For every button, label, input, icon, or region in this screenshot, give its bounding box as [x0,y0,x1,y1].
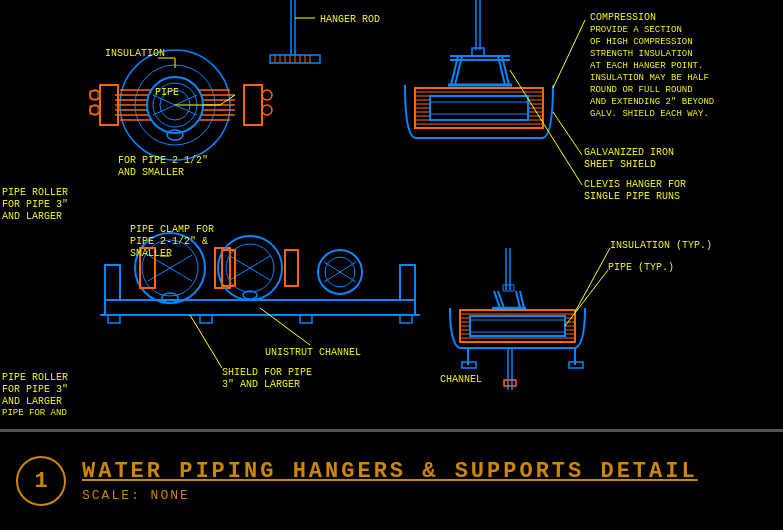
comp-desc5: INSULATION MAY BE HALF [590,73,709,83]
pipe-clamp-label: PIPE CLAMP FOR [130,224,214,235]
and-larger-b: AND LARGER [2,396,62,407]
pipe-roller-b1: PIPE ROLLER [2,372,68,383]
svg-rect-111 [470,316,565,336]
comp-desc4: AT EACH HANGER POINT. [590,61,703,71]
insulation-label: INSULATION [105,48,165,59]
channel-label: CHANNEL [440,374,482,385]
and-smaller-label: AND SMALLER [118,167,184,178]
compression-label: COMPRESSION [590,12,656,23]
shield-label2: 3" AND LARGER [222,379,300,390]
insulation-typ-label: INSULATION (TYP.) [610,240,712,251]
single-pipe-label: SINGLE PIPE RUNS [584,191,680,202]
pipe-typ-label: PIPE (TYP.) [608,262,674,273]
pipe-roller-b2: FOR PIPE 3" [2,384,68,395]
for-pipe-label: FOR PIPE 2 1/2" [118,155,208,166]
drawing-number: 1 [16,456,66,506]
hanger-rod-label: HANGER ROD [320,14,380,25]
and-larger-label1: AND LARGER [2,211,62,222]
pipe-roller-label2: FOR PIPE 3" [2,199,68,210]
comp-desc3: STRENGTH INSULATION [590,49,693,59]
shield-label1: SHIELD FOR PIPE [222,367,312,378]
galvanized-label: GALVANIZED IRON [584,147,674,158]
pipe-roller-label1: PIPE ROLLER [2,187,68,198]
svg-rect-60 [430,96,528,120]
unistrut-label: UNISTRUT CHANNEL [265,347,361,358]
clevis-label: CLEVIS HANGER FOR [584,179,686,190]
comp-desc8: GALV. SHIELD EACH WAY. [590,109,709,119]
pipe-for-and-label: PIPE FOR AND [2,408,67,418]
drawing-title: WATER PIPING HANGERS & SUPPORTS DETAIL [82,459,698,484]
sheet-shield-label: SHEET SHIELD [584,159,656,170]
smaller-label: SMALLER [130,248,172,259]
comp-desc2: OF HIGH COMPRESSION [590,37,693,47]
pipe-clamp-size: PIPE 2-1/2" & [130,236,208,247]
comp-desc7: AND EXTENDING 2" BEYOND [590,97,714,107]
pipe-label-top: PIPE [155,87,179,98]
drawing-scale: SCALE: NONE [82,488,698,503]
comp-desc1: PROVIDE A SECTION [590,25,682,35]
comp-desc6: ROUND OR FULL ROUND [590,85,693,95]
